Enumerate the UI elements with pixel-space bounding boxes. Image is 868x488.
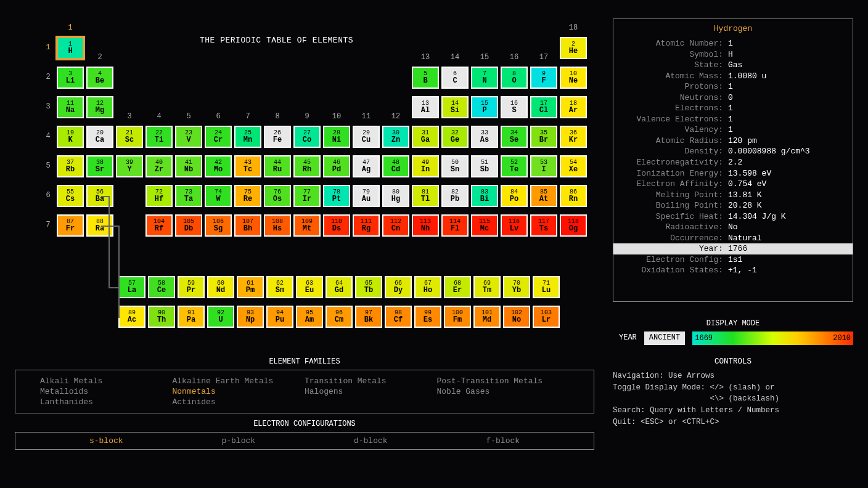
element-cell-Ag[interactable]: 47Ag <box>353 155 380 177</box>
element-cell-Rn[interactable]: 86Rn <box>560 185 587 207</box>
element-cell-Ce[interactable]: 58Ce <box>148 276 175 298</box>
element-cell-Ni[interactable]: 28Ni <box>323 126 350 148</box>
element-cell-In[interactable]: 49In <box>412 155 439 177</box>
element-cell-Cn[interactable]: 112Cn <box>382 214 409 237</box>
element-cell-Os[interactable]: 76Os <box>264 185 291 207</box>
element-cell-No[interactable]: 102No <box>503 306 530 328</box>
family-item[interactable]: Metalloids <box>40 387 173 396</box>
element-cell-Ca[interactable]: 20Ca <box>86 126 113 148</box>
element-cell-Pd[interactable]: 46Pd <box>323 155 350 177</box>
element-cell-Lu[interactable]: 71Lu <box>533 276 560 298</box>
element-cell-Sr[interactable]: 38Sr <box>86 155 113 177</box>
element-cell-S[interactable]: 16S <box>501 96 528 118</box>
element-cell-Po[interactable]: 84Po <box>501 185 528 207</box>
element-cell-Sc[interactable]: 21Sc <box>116 126 143 148</box>
element-cell-Sg[interactable]: 106Sg <box>205 214 232 237</box>
element-cell-H[interactable]: 1H <box>57 37 84 59</box>
element-cell-Te[interactable]: 52Te <box>501 155 528 177</box>
element-cell-Si[interactable]: 14Si <box>441 96 469 118</box>
family-item[interactable]: Lanthanides <box>40 397 173 407</box>
element-cell-B[interactable]: 5B <box>412 67 439 89</box>
element-cell-As[interactable]: 33As <box>471 126 498 148</box>
element-cell-Kr[interactable]: 36Kr <box>560 126 587 148</box>
family-item[interactable]: Transition Metals <box>305 376 437 386</box>
element-cell-Pu[interactable]: 94Pu <box>266 306 293 328</box>
element-cell-Tb[interactable]: 65Tb <box>355 276 382 298</box>
element-cell-Mt[interactable]: 109Mt <box>293 214 321 237</box>
element-cell-Zr[interactable]: 40Zr <box>145 155 173 177</box>
element-cell-Ge[interactable]: 32Ge <box>441 126 469 148</box>
element-cell-Be[interactable]: 4Be <box>86 67 113 89</box>
element-cell-Sb[interactable]: 51Sb <box>471 155 498 177</box>
element-cell-Tl[interactable]: 81Tl <box>412 185 439 207</box>
element-cell-Hg[interactable]: 80Hg <box>382 185 409 207</box>
element-cell-Br[interactable]: 35Br <box>530 126 557 148</box>
element-cell-Th[interactable]: 90Th <box>148 306 175 328</box>
element-cell-Db[interactable]: 105Db <box>175 214 202 237</box>
element-cell-Gd[interactable]: 64Gd <box>326 276 353 298</box>
element-cell-Co[interactable]: 27Co <box>293 126 321 148</box>
config-item[interactable]: p-block <box>173 436 305 445</box>
element-cell-Og[interactable]: 118Og <box>560 214 587 237</box>
element-cell-Cu[interactable]: 29Cu <box>353 126 380 148</box>
config-item[interactable]: d-block <box>305 436 437 445</box>
element-cell-I[interactable]: 53I <box>530 155 557 177</box>
element-cell-Ga[interactable]: 31Ga <box>412 126 439 148</box>
element-cell-Re[interactable]: 75Re <box>234 185 261 207</box>
element-cell-At[interactable]: 85At <box>530 185 557 207</box>
element-cell-Cs[interactable]: 55Cs <box>57 185 84 207</box>
element-cell-Pm[interactable]: 61Pm <box>237 276 264 298</box>
element-cell-Ta[interactable]: 73Ta <box>175 185 202 207</box>
element-cell-Mo[interactable]: 42Mo <box>205 155 232 177</box>
element-cell-Es[interactable]: 99Es <box>414 306 441 328</box>
element-cell-V[interactable]: 23V <box>175 126 202 148</box>
element-cell-P[interactable]: 15P <box>471 96 498 118</box>
element-cell-Yb[interactable]: 70Yb <box>503 276 530 298</box>
element-cell-He[interactable]: 2He <box>560 37 587 59</box>
element-cell-Bk[interactable]: 97Bk <box>355 306 382 328</box>
element-cell-Cf[interactable]: 98Cf <box>385 306 412 328</box>
element-cell-Rh[interactable]: 45Rh <box>293 155 321 177</box>
element-cell-Au[interactable]: 79Au <box>353 185 380 207</box>
element-cell-K[interactable]: 19K <box>57 126 84 148</box>
element-cell-Ne[interactable]: 10Ne <box>560 67 587 89</box>
element-cell-N[interactable]: 7N <box>471 67 498 89</box>
element-cell-Li[interactable]: 3Li <box>57 67 84 89</box>
element-cell-Fl[interactable]: 114Fl <box>441 214 469 237</box>
element-cell-Pa[interactable]: 91Pa <box>178 306 205 328</box>
family-item[interactable]: Halogens <box>305 387 437 396</box>
element-cell-Ti[interactable]: 22Ti <box>145 126 173 148</box>
element-cell-Sm[interactable]: 62Sm <box>266 276 293 298</box>
element-cell-Cl[interactable]: 17Cl <box>530 96 557 118</box>
config-item[interactable]: f-block <box>437 436 570 445</box>
element-cell-Nh[interactable]: 113Nh <box>412 214 439 237</box>
element-cell-Eu[interactable]: 63Eu <box>296 276 323 298</box>
element-cell-Pb[interactable]: 82Pb <box>441 185 469 207</box>
element-cell-Na[interactable]: 11Na <box>57 96 84 118</box>
element-cell-Pr[interactable]: 59Pr <box>178 276 205 298</box>
element-cell-Mg[interactable]: 12Mg <box>86 96 113 118</box>
element-cell-Ru[interactable]: 44Ru <box>264 155 291 177</box>
element-cell-C[interactable]: 6C <box>441 67 469 89</box>
element-cell-Cr[interactable]: 24Cr <box>205 126 232 148</box>
element-cell-Mc[interactable]: 115Mc <box>471 214 498 237</box>
element-cell-Y[interactable]: 39Y <box>116 155 143 177</box>
element-cell-Hs[interactable]: 108Hs <box>264 214 291 237</box>
element-cell-Dy[interactable]: 66Dy <box>385 276 412 298</box>
element-cell-Ir[interactable]: 77Ir <box>293 185 321 207</box>
element-cell-Tm[interactable]: 69Tm <box>473 276 501 298</box>
element-cell-Lv[interactable]: 116Lv <box>501 214 528 237</box>
element-cell-Fr[interactable]: 87Fr <box>57 214 84 237</box>
family-item[interactable]: Nonmetals <box>173 387 305 396</box>
element-cell-Nd[interactable]: 60Nd <box>207 276 234 298</box>
element-cell-Xe[interactable]: 54Xe <box>560 155 587 177</box>
element-cell-F[interactable]: 9F <box>530 67 557 89</box>
element-cell-Fm[interactable]: 100Fm <box>444 306 471 328</box>
element-cell-Tc[interactable]: 43Tc <box>234 155 261 177</box>
element-cell-Mn[interactable]: 25Mn <box>234 126 261 148</box>
element-cell-Lr[interactable]: 103Lr <box>533 306 560 328</box>
element-cell-Hf[interactable]: 72Hf <box>145 185 173 207</box>
element-cell-Ds[interactable]: 110Ds <box>323 214 350 237</box>
element-cell-Rb[interactable]: 37Rb <box>57 155 84 177</box>
element-cell-Fe[interactable]: 26Fe <box>264 126 291 148</box>
